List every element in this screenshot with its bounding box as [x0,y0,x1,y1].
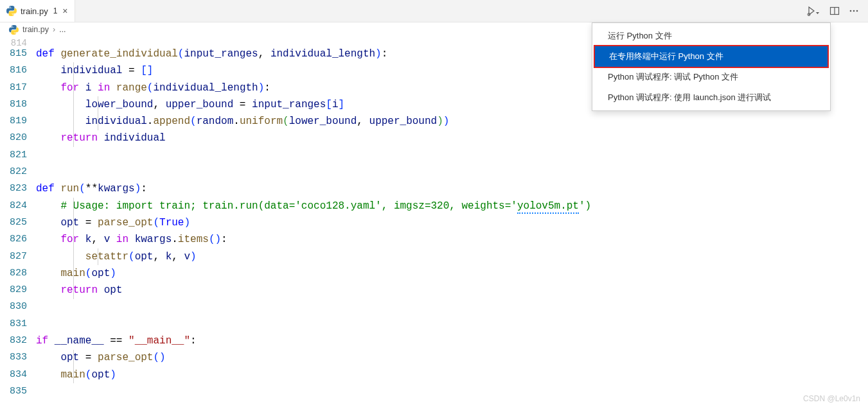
line-number: 826 [0,231,36,248]
split-editor-icon[interactable] [829,6,840,16]
line-number: 817 [0,80,36,96]
tab-modified-indicator: 1 [53,6,58,15]
line-number: 834 [0,367,36,383]
line-number: 831 [0,316,36,333]
python-file-icon [6,6,17,16]
indent-guide [73,350,74,383]
line-number: 814 [0,37,36,46]
tab-bar: train.py 1 × [0,0,868,22]
line-number: 818 [0,96,36,113]
code-line[interactable]: return opt [36,282,122,299]
line-number: 832 [0,333,36,349]
line-number: 829 [0,282,36,299]
code-line[interactable]: for i in range(individual_length): [36,80,270,96]
line-number: 816 [0,62,36,79]
code-line[interactable]: opt = parse_opt() [36,349,166,366]
code-line[interactable]: individual = [] [36,62,153,79]
watermark-text: CSDN @Le0v1n [803,394,860,403]
line-number: 820 [0,130,36,146]
code-line[interactable]: main(opt) [36,367,116,383]
python-file-icon [9,25,19,35]
svg-point-5 [856,10,858,12]
breadcrumb-ellipsis[interactable]: ... [59,25,66,34]
run-debug-dropdown-icon[interactable] [806,6,820,16]
line-number: 835 [0,383,36,400]
tab-actions [806,6,868,16]
tab-filename: train.py [21,6,48,16]
line-number: 822 [0,164,36,180]
code-line[interactable]: def generate_individual(input_ranges, in… [36,46,387,62]
indent-guide [73,198,74,299]
code-line[interactable]: return individual [36,130,166,146]
tab-close-button[interactable]: × [62,6,67,16]
breadcrumb-filename: train.py [22,25,49,34]
code-line[interactable]: # Usage: import train; train.run(data='c… [36,198,591,214]
line-number: 830 [0,299,36,315]
more-actions-icon[interactable] [849,6,859,16]
menu-item[interactable]: Python 调试程序: 调试 Python 文件 [592,67,830,87]
line-number: 821 [0,147,36,164]
code-line[interactable]: def run(**kwargs): [36,180,147,197]
line-number: 815 [0,46,36,62]
line-number: 823 [0,180,36,197]
run-context-menu: 运行 Python 文件在专用终端中运行 Python 文件Python 调试程… [592,22,831,111]
line-number: 825 [0,214,36,231]
code-line[interactable]: main(opt) [36,265,116,282]
svg-point-4 [853,10,855,12]
line-number: 824 [0,198,36,214]
line-number: 819 [0,113,36,130]
line-number: 833 [0,349,36,366]
code-line[interactable]: for k, v in kwargs.items(): [36,231,227,248]
tabs-container: train.py 1 × [0,0,75,22]
indent-guide [98,248,98,265]
menu-item[interactable]: 运行 Python 文件 [592,26,830,46]
menu-item[interactable]: 在专用终端中运行 Python 文件 [594,45,829,68]
menu-item[interactable]: Python 调试程序: 使用 launch.json 进行调试 [592,87,830,108]
code-line[interactable]: setattr(opt, k, v) [36,248,197,265]
indent-guide [73,62,74,147]
tab-train-py[interactable]: train.py 1 × [0,0,75,22]
code-line[interactable]: if __name__ == "__main__": [36,333,197,349]
code-line[interactable]: opt = parse_opt(True) [36,214,190,231]
code-line[interactable]: lower_bound, upper_bound = input_ranges[… [36,96,344,113]
line-number: 828 [0,265,36,282]
indent-guide [98,96,98,130]
svg-point-3 [850,10,852,12]
chevron-right-icon: › [53,25,55,34]
line-number: 827 [0,248,36,265]
